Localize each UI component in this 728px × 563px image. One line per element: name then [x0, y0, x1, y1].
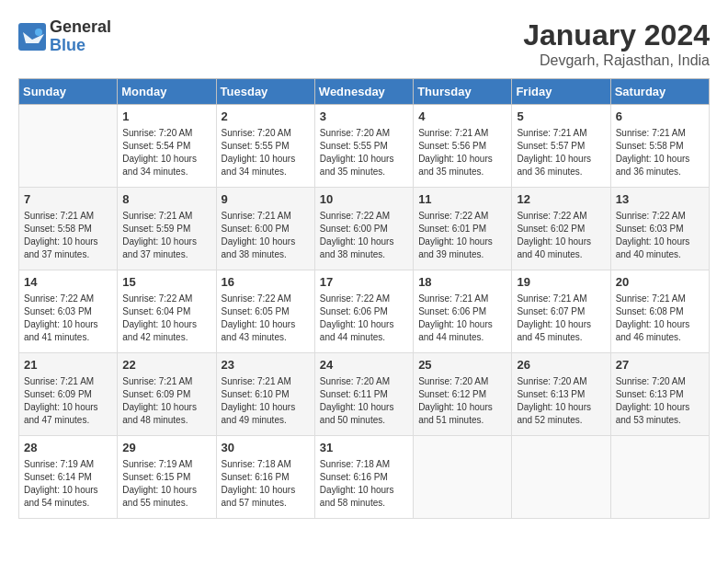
day-number: 12 — [517, 191, 605, 208]
day-info: Sunrise: 7:20 AM Sunset: 6:11 PM Dayligh… — [320, 375, 408, 427]
calendar-week-row: 1Sunrise: 7:20 AM Sunset: 5:54 PM Daylig… — [19, 105, 710, 188]
calendar-cell: 18Sunrise: 7:21 AM Sunset: 6:06 PM Dayli… — [414, 270, 512, 353]
day-number: 4 — [418, 109, 506, 125]
calendar-cell: 20Sunrise: 7:21 AM Sunset: 6:08 PM Dayli… — [610, 270, 709, 353]
day-number: 31 — [320, 440, 408, 456]
calendar-cell: 29Sunrise: 7:19 AM Sunset: 6:15 PM Dayli… — [118, 436, 216, 519]
day-info: Sunrise: 7:20 AM Sunset: 5:55 PM Dayligh… — [222, 127, 310, 178]
calendar-cell: 25Sunrise: 7:20 AM Sunset: 6:12 PM Dayli… — [414, 353, 512, 436]
day-info: Sunrise: 7:21 AM Sunset: 5:56 PM Dayligh… — [418, 127, 506, 178]
day-number: 11 — [418, 191, 506, 208]
day-info: Sunrise: 7:22 AM Sunset: 6:01 PM Dayligh… — [418, 210, 506, 261]
calendar-cell: 15Sunrise: 7:22 AM Sunset: 6:04 PM Dayli… — [118, 270, 216, 353]
day-info: Sunrise: 7:19 AM Sunset: 6:15 PM Dayligh… — [122, 458, 210, 510]
calendar-cell: 17Sunrise: 7:22 AM Sunset: 6:06 PM Dayli… — [314, 270, 413, 353]
calendar-cell: 27Sunrise: 7:20 AM Sunset: 6:13 PM Dayli… — [610, 353, 709, 436]
day-number: 1 — [122, 109, 210, 125]
day-info: Sunrise: 7:21 AM Sunset: 5:57 PM Dayligh… — [517, 127, 605, 178]
title-block: January 2024 Devgarh, Rajasthan, India — [523, 18, 710, 69]
day-info: Sunrise: 7:21 AM Sunset: 6:09 PM Dayligh… — [122, 375, 210, 427]
calendar-cell: 21Sunrise: 7:21 AM Sunset: 6:09 PM Dayli… — [19, 353, 118, 436]
day-info: Sunrise: 7:22 AM Sunset: 6:02 PM Dayligh… — [517, 210, 605, 261]
day-info: Sunrise: 7:20 AM Sunset: 5:54 PM Dayligh… — [122, 127, 210, 178]
header-monday: Monday — [118, 79, 216, 105]
day-number: 22 — [122, 357, 210, 373]
day-info: Sunrise: 7:21 AM Sunset: 6:10 PM Dayligh… — [222, 375, 310, 427]
day-number: 29 — [122, 440, 210, 456]
day-number: 20 — [616, 274, 704, 291]
day-info: Sunrise: 7:21 AM Sunset: 6:00 PM Dayligh… — [222, 210, 310, 261]
calendar-cell: 26Sunrise: 7:20 AM Sunset: 6:13 PM Dayli… — [512, 353, 610, 436]
calendar-week-row: 21Sunrise: 7:21 AM Sunset: 6:09 PM Dayli… — [19, 353, 710, 436]
day-number: 25 — [418, 357, 506, 373]
calendar-cell — [19, 105, 118, 188]
calendar-week-row: 14Sunrise: 7:22 AM Sunset: 6:03 PM Dayli… — [19, 270, 710, 353]
header-thursday: Thursday — [414, 79, 512, 105]
day-info: Sunrise: 7:21 AM Sunset: 6:06 PM Dayligh… — [418, 293, 506, 344]
day-info: Sunrise: 7:21 AM Sunset: 5:58 PM Dayligh… — [616, 127, 704, 178]
header-wednesday: Wednesday — [314, 79, 413, 105]
calendar-cell: 5Sunrise: 7:21 AM Sunset: 5:57 PM Daylig… — [512, 105, 610, 188]
month-title: January 2024 — [523, 18, 710, 52]
calendar-cell: 23Sunrise: 7:21 AM Sunset: 6:10 PM Dayli… — [216, 353, 314, 436]
calendar-cell: 4Sunrise: 7:21 AM Sunset: 5:56 PM Daylig… — [414, 105, 512, 188]
day-info: Sunrise: 7:21 AM Sunset: 6:09 PM Dayligh… — [24, 375, 112, 427]
day-number: 10 — [320, 191, 408, 208]
calendar-cell: 8Sunrise: 7:21 AM Sunset: 5:59 PM Daylig… — [118, 188, 216, 270]
day-number: 28 — [24, 440, 112, 456]
calendar-cell: 1Sunrise: 7:20 AM Sunset: 5:54 PM Daylig… — [118, 105, 216, 188]
header-friday: Friday — [512, 79, 610, 105]
day-info: Sunrise: 7:20 AM Sunset: 6:12 PM Dayligh… — [418, 375, 506, 427]
day-number: 18 — [418, 274, 506, 291]
day-info: Sunrise: 7:19 AM Sunset: 6:14 PM Dayligh… — [24, 458, 112, 510]
logo: General Blue — [18, 18, 111, 55]
day-number: 7 — [24, 191, 112, 208]
day-number: 21 — [24, 357, 112, 373]
day-info: Sunrise: 7:22 AM Sunset: 6:00 PM Dayligh… — [320, 210, 408, 261]
day-number: 15 — [122, 274, 210, 291]
day-number: 26 — [517, 357, 605, 373]
logo-text: General Blue — [50, 18, 111, 55]
day-number: 2 — [222, 109, 310, 125]
calendar-table: SundayMondayTuesdayWednesdayThursdayFrid… — [18, 78, 710, 519]
header-saturday: Saturday — [610, 79, 709, 105]
calendar-cell: 13Sunrise: 7:22 AM Sunset: 6:03 PM Dayli… — [610, 188, 709, 270]
svg-point-2 — [35, 29, 42, 36]
calendar-cell: 11Sunrise: 7:22 AM Sunset: 6:01 PM Dayli… — [414, 188, 512, 270]
day-info: Sunrise: 7:18 AM Sunset: 6:16 PM Dayligh… — [222, 458, 310, 510]
day-info: Sunrise: 7:22 AM Sunset: 6:04 PM Dayligh… — [122, 293, 210, 344]
day-number: 16 — [222, 274, 310, 291]
calendar-cell: 7Sunrise: 7:21 AM Sunset: 5:58 PM Daylig… — [19, 188, 118, 270]
day-info: Sunrise: 7:22 AM Sunset: 6:05 PM Dayligh… — [222, 293, 310, 344]
calendar-cell: 10Sunrise: 7:22 AM Sunset: 6:00 PM Dayli… — [314, 188, 413, 270]
day-number: 3 — [320, 109, 408, 125]
logo-icon — [18, 23, 46, 51]
day-info: Sunrise: 7:22 AM Sunset: 6:03 PM Dayligh… — [616, 210, 704, 261]
page-header: General Blue January 2024 Devgarh, Rajas… — [18, 18, 710, 69]
calendar-cell: 14Sunrise: 7:22 AM Sunset: 6:03 PM Dayli… — [19, 270, 118, 353]
day-number: 24 — [320, 357, 408, 373]
day-number: 23 — [222, 357, 310, 373]
calendar-cell: 28Sunrise: 7:19 AM Sunset: 6:14 PM Dayli… — [19, 436, 118, 519]
day-number: 6 — [616, 109, 704, 125]
day-info: Sunrise: 7:21 AM Sunset: 6:08 PM Dayligh… — [616, 293, 704, 344]
calendar-cell: 31Sunrise: 7:18 AM Sunset: 6:16 PM Dayli… — [314, 436, 413, 519]
calendar-cell: 16Sunrise: 7:22 AM Sunset: 6:05 PM Dayli… — [216, 270, 314, 353]
day-number: 14 — [24, 274, 112, 291]
calendar-cell: 6Sunrise: 7:21 AM Sunset: 5:58 PM Daylig… — [610, 105, 709, 188]
day-info: Sunrise: 7:21 AM Sunset: 6:07 PM Dayligh… — [517, 293, 605, 344]
day-info: Sunrise: 7:18 AM Sunset: 6:16 PM Dayligh… — [320, 458, 408, 510]
logo-general-text: General — [50, 18, 111, 37]
calendar-week-row: 28Sunrise: 7:19 AM Sunset: 6:14 PM Dayli… — [19, 436, 710, 519]
header-sunday: Sunday — [19, 79, 118, 105]
header-tuesday: Tuesday — [216, 79, 314, 105]
logo-blue-text: Blue — [50, 37, 111, 55]
day-number: 19 — [517, 274, 605, 291]
calendar-header-row: SundayMondayTuesdayWednesdayThursdayFrid… — [19, 79, 710, 105]
calendar-cell: 19Sunrise: 7:21 AM Sunset: 6:07 PM Dayli… — [512, 270, 610, 353]
calendar-cell: 3Sunrise: 7:20 AM Sunset: 5:55 PM Daylig… — [314, 105, 413, 188]
calendar-cell: 24Sunrise: 7:20 AM Sunset: 6:11 PM Dayli… — [314, 353, 413, 436]
calendar-cell: 30Sunrise: 7:18 AM Sunset: 6:16 PM Dayli… — [216, 436, 314, 519]
day-info: Sunrise: 7:20 AM Sunset: 6:13 PM Dayligh… — [616, 375, 704, 427]
day-number: 30 — [222, 440, 310, 456]
